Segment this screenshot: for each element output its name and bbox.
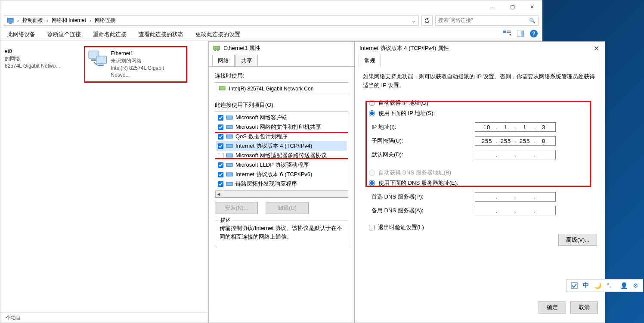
ime-lang-indicator[interactable]: 中: [583, 282, 589, 289]
close-icon[interactable]: ✕: [592, 44, 601, 53]
toolbar-diagnose[interactable]: 诊断这个连接: [47, 31, 81, 38]
advanced-button[interactable]: 高级(V)...: [558, 234, 597, 246]
tab-general[interactable]: 常规: [359, 55, 381, 66]
radio-manual-ip-input[interactable]: [369, 110, 375, 116]
component-checkbox[interactable]: [218, 153, 223, 158]
radio-manual-dns[interactable]: 使用下面的 DNS 服务器地址(E):: [369, 178, 597, 188]
component-checkbox[interactable]: [218, 115, 223, 121]
gateway-input[interactable]: . . .: [475, 150, 556, 159]
dns2-input[interactable]: ...: [475, 206, 556, 215]
search-box[interactable]: 搜索"网络连接" 🔍: [435, 16, 539, 26]
radio-auto-ip-input[interactable]: [369, 100, 375, 106]
minimize-button[interactable]: —: [483, 0, 502, 13]
component-item[interactable]: Microsoft 网络客户端: [216, 113, 347, 122]
ime-toolbar[interactable]: 中 🌙 °。 👤 ⚙: [566, 279, 643, 292]
ime-moon-icon[interactable]: 🌙: [594, 282, 601, 289]
svg-rect-13: [217, 50, 219, 51]
component-checkbox[interactable]: [218, 162, 223, 168]
tab-network[interactable]: 网络: [212, 55, 235, 66]
help-icon[interactable]: ?: [530, 30, 538, 37]
dialog-okcancel: 确定 取消: [539, 301, 598, 314]
status-text: 个项目: [6, 315, 21, 321]
toolbar-rename[interactable]: 重命名此连接: [93, 31, 127, 38]
ethernet-properties-dialog: Ethernet1 属性 网络 共享 连接时使用: Intel(R) 82574…: [208, 41, 355, 323]
breadcrumb-bar[interactable]: › 控制面板 › 网络和 Internet › 网络连接 ⌄: [4, 16, 419, 26]
component-buttons: 安装(N)... 卸载(U): [215, 202, 348, 214]
svg-rect-14: [219, 87, 225, 90]
ime-person-icon[interactable]: 👤: [620, 282, 628, 289]
nic-small-icon: [219, 85, 226, 92]
description-legend: 描述: [219, 217, 232, 224]
scroll-left-icon[interactable]: ◄: [215, 191, 222, 198]
description-groupbox: 描述 传输控制协议/Internet 协议。该协议是默认于在不同的相互连接的网络…: [215, 220, 348, 247]
refresh-button[interactable]: [421, 16, 433, 26]
svg-rect-1: [9, 23, 12, 24]
protocol-icon: [226, 143, 233, 149]
validate-checkbox[interactable]: [369, 225, 375, 230]
ime-punct-icon[interactable]: °。: [607, 282, 615, 289]
ipv4-tabs: 常规: [355, 55, 605, 66]
component-checkbox[interactable]: [218, 134, 223, 140]
ok-button[interactable]: 确定: [539, 301, 566, 314]
description-text: 传输控制协议/Internet 协议。该协议是默认于在不同的相互连接的网络上通信…: [220, 224, 344, 241]
radio-auto-ip[interactable]: 自动获得 IP 地址(O): [369, 98, 597, 108]
uninstall-button[interactable]: 卸载(U): [266, 202, 309, 214]
toolbar-change-settings[interactable]: 更改此连接的设置: [195, 31, 240, 38]
component-item[interactable]: Internet 协议版本 4 (TCP/IPv4): [216, 141, 347, 151]
view-layout-icon[interactable]: [503, 31, 511, 37]
component-checkbox[interactable]: [218, 181, 223, 187]
breadcrumb-dropdown-icon[interactable]: ⌄: [412, 18, 416, 24]
horizontal-scrollbar[interactable]: ◄: [215, 190, 348, 197]
component-item[interactable]: Microsoft 网络适配器多路传送器协议: [216, 151, 347, 160]
toolbar-view-status[interactable]: 查看此连接的状态: [139, 31, 183, 38]
tab-sharing[interactable]: 共享: [235, 55, 258, 66]
component-item[interactable]: Internet 协议版本 6 (TCP/IPv6): [216, 170, 347, 179]
component-item[interactable]: Microsoft 网络的文件和打印机共享: [216, 122, 347, 132]
component-item[interactable]: 链路层拓扑发现响应程序: [216, 179, 347, 189]
close-button[interactable]: ✕: [522, 0, 542, 13]
svg-rect-22: [226, 182, 232, 186]
ime-settings-icon[interactable]: ⚙: [633, 282, 638, 289]
nic-icon: [213, 45, 220, 52]
component-checkbox[interactable]: [218, 143, 223, 149]
install-button[interactable]: 安装(N)...: [215, 202, 258, 214]
svg-rect-6: [521, 31, 524, 37]
toolbar-organize[interactable]: 此网络设备: [7, 31, 35, 38]
ip-address-input[interactable]: 10. 1. 1. 3: [475, 122, 556, 132]
component-label: Microsoft 网络适配器多路传送器协议: [235, 152, 327, 159]
component-item[interactable]: QoS 数据包计划程序: [216, 132, 347, 141]
ipv4-title-text: Internet 协议版本 4 (TCP/IPv4) 属性: [359, 44, 449, 52]
adapter-item-ethernet0[interactable]: et0 的网络 82574L Gigabit Netwo...: [3, 46, 80, 71]
ime-check-icon[interactable]: [571, 282, 578, 289]
radio-manual-dns-input[interactable]: [369, 180, 375, 186]
cancel-button[interactable]: 取消: [570, 301, 598, 314]
dns1-input[interactable]: ...: [475, 192, 556, 202]
ipv4-intro-text: 如果网络支持此功能，则可以获取自动指派的 IP 设置。否则，你需要从网络系统管理…: [363, 72, 597, 89]
protocol-icon: [226, 114, 233, 121]
ipv4-titlebar[interactable]: Internet 协议版本 4 (TCP/IPv4) 属性 ✕: [355, 42, 605, 55]
adapter-display-text: Intel(R) 82574L Gigabit Network Con: [229, 86, 313, 92]
component-checkbox[interactable]: [218, 124, 223, 130]
validate-on-exit[interactable]: 退出时验证设置(L): [363, 224, 597, 231]
radio-manual-ip[interactable]: 使用下面的 IP 地址(S):: [369, 108, 597, 118]
protocol-icon: [226, 162, 233, 168]
component-label: QoS 数据包计划程序: [235, 133, 288, 140]
maximize-button[interactable]: ▢: [502, 0, 522, 13]
adapter-display-box: Intel(R) 82574L Gigabit Network Con: [215, 82, 348, 95]
adapter-name: Ethernet1: [111, 50, 183, 57]
svg-rect-21: [226, 173, 232, 176]
subnet-mask-input[interactable]: 255. 255. 255. 0: [475, 136, 556, 146]
breadcrumb-seg3[interactable]: 网络连接: [95, 17, 115, 24]
components-listbox[interactable]: Microsoft 网络客户端Microsoft 网络的文件和打印机共享QoS …: [215, 112, 348, 198]
dialog-titlebar[interactable]: Ethernet1 属性: [209, 42, 354, 55]
component-label: 链路层拓扑发现响应程序: [235, 180, 297, 188]
breadcrumb-seg1[interactable]: 控制面板: [22, 17, 43, 24]
component-checkbox[interactable]: [218, 172, 223, 177]
svg-rect-0: [7, 18, 13, 22]
component-item[interactable]: Microsoft LLDP 协议驱动程序: [216, 160, 347, 170]
preview-pane-icon[interactable]: [517, 31, 524, 37]
svg-rect-18: [226, 144, 232, 148]
adapter-item-ethernet1[interactable]: Ethernet1 未识别的网络 Intel(R) 82574L Gigabit…: [84, 46, 187, 83]
items-label: 此连接使用下列项目(O):: [215, 101, 348, 109]
breadcrumb-seg2[interactable]: 网络和 Internet: [52, 17, 86, 24]
